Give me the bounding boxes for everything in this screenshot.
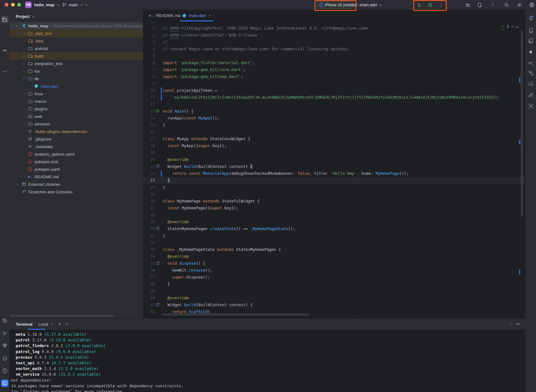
override-gutter-icon[interactable] bbox=[156, 164, 160, 169]
code-line-31[interactable]: 31} bbox=[143, 232, 525, 239]
tree-item-analysis-options-yaml[interactable]: Yanalysis_options.yaml bbox=[9, 150, 143, 158]
code-editor[interactable]: 1// SPDX-FileCopyrightText: 1995-2025 Ma… bbox=[143, 21, 525, 318]
code-line-41[interactable]: 41 Widget build(BuildContext context) { bbox=[143, 301, 525, 308]
more-tool-windows-icon[interactable] bbox=[1, 68, 8, 75]
editor-vertical-scrollbar[interactable] bbox=[521, 30, 523, 217]
code-line-29[interactable]: 29 @override bbox=[143, 218, 525, 225]
code-line-5[interactable]: 5 bbox=[143, 52, 525, 59]
search-icon[interactable] bbox=[503, 1, 510, 8]
code-line-40[interactable]: 40 @override bbox=[143, 295, 525, 301]
code-line-35[interactable]: 35 void dispose() { bbox=[143, 260, 525, 267]
code-line-7[interactable]: 7import 'package:gem_kit/core.dart'; bbox=[143, 66, 525, 73]
tree-item-hello-map[interactable]: ›hello_map~/Documents/sdk/Examples/Maps-… bbox=[9, 22, 143, 30]
tree-item-scratches-and-consoles[interactable]: Scratches and Consoles bbox=[9, 188, 143, 196]
code-line-27[interactable]: 27 const MyHomePage({super.key}); bbox=[143, 205, 525, 212]
terminal-icon[interactable] bbox=[1, 379, 8, 387]
maximize-window-button[interactable] bbox=[17, 3, 21, 7]
logcat-icon[interactable] bbox=[1, 355, 8, 362]
tab-main-dart[interactable]: main.dart× bbox=[178, 10, 215, 21]
code-line-14[interactable]: 14 runApp(const MyApp()); bbox=[143, 115, 525, 122]
code-line-11[interactable]: 11 'eyJhbGciOiJFUzI1NiIsInR5cCI6IkpXVCJ9… bbox=[143, 94, 525, 101]
chevron-collapsed-icon[interactable]: › bbox=[21, 99, 27, 103]
chevron-collapsed-icon[interactable]: › bbox=[21, 62, 27, 65]
problems-icon[interactable] bbox=[1, 367, 8, 374]
run-button[interactable] bbox=[416, 2, 423, 8]
tree-item-integration-test[interactable]: ›integration_test bbox=[9, 60, 143, 67]
device-selector[interactable]: iPhone 16 (mobile) bbox=[317, 1, 353, 8]
terminal-tool-label[interactable]: Terminal bbox=[16, 318, 32, 330]
tree-item-main-dart[interactable]: main.dart bbox=[9, 82, 143, 90]
chevron-collapsed-icon[interactable]: › bbox=[21, 54, 27, 58]
new-terminal-tab-icon[interactable]: + bbox=[58, 318, 61, 330]
code-line-3[interactable]: 3// bbox=[143, 39, 525, 46]
project-horizontal-scrollbar[interactable] bbox=[10, 315, 115, 317]
chevron-collapsed-icon[interactable]: › bbox=[21, 39, 27, 43]
tree-item-pubspec-yaml[interactable]: Ypubspec.yaml bbox=[9, 165, 143, 173]
code-line-24[interactable]: 24} bbox=[143, 184, 525, 191]
device-flutter-icon[interactable] bbox=[476, 1, 483, 8]
code-line-21[interactable]: 21 Widget build(BuildContext context) { bbox=[143, 163, 525, 170]
deep-links-icon[interactable] bbox=[527, 59, 535, 67]
code-line-25[interactable]: 25 bbox=[143, 191, 525, 198]
terminal-options-icon[interactable]: ⋮ bbox=[508, 318, 513, 330]
chevron-collapsed-icon[interactable]: › bbox=[21, 47, 27, 50]
tree-item--flutter-plugins-dependencies[interactable]: .flutter-plugins-dependencies bbox=[9, 128, 143, 135]
code-line-18[interactable]: 18 const MyApp({super.key}); bbox=[143, 142, 525, 149]
code-line-15[interactable]: 15} bbox=[143, 122, 525, 129]
code-line-1[interactable]: 1// SPDX-FileCopyrightText: 1995-2025 Ma… bbox=[143, 25, 525, 32]
device-manager-icon[interactable] bbox=[527, 37, 535, 45]
code-line-36[interactable]: 36 GemKit.release(); bbox=[143, 267, 525, 274]
tree-item-external-libraries[interactable]: ›External Libraries bbox=[9, 180, 143, 188]
code-line-12[interactable]: 12 bbox=[143, 101, 525, 108]
tree-item-linux[interactable]: ›linux bbox=[9, 90, 143, 97]
code-line-13[interactable]: 13void main() { bbox=[143, 108, 525, 115]
chevron-collapsed-icon[interactable]: › bbox=[21, 31, 27, 35]
tree-item-plugins[interactable]: ›plugins bbox=[9, 105, 143, 113]
notifications-icon[interactable] bbox=[527, 14, 535, 22]
tree-item-pubspec-lock[interactable]: Ypubspec.lock bbox=[9, 158, 143, 165]
code-line-23[interactable]: 23 } bbox=[143, 177, 525, 184]
close-tab-icon[interactable]: × bbox=[209, 13, 211, 18]
tree-item-lib[interactable]: ›lib bbox=[9, 75, 143, 82]
more-run-actions-button[interactable]: ⋮ bbox=[438, 2, 444, 8]
tree-item-windows[interactable]: ›windows bbox=[9, 120, 143, 128]
tree-item--dart-tool[interactable]: ›.dart_tool bbox=[9, 30, 143, 37]
chevron-collapsed-icon[interactable]: › bbox=[21, 122, 27, 126]
editor-horizontal-scrollbar[interactable] bbox=[162, 313, 309, 316]
override-gutter-icon[interactable] bbox=[156, 226, 160, 231]
chevron-collapsed-icon[interactable]: › bbox=[21, 92, 27, 96]
code-line-19[interactable]: 19 bbox=[143, 149, 525, 156]
settings-gear-icon[interactable] bbox=[516, 1, 523, 8]
override-gutter-icon[interactable] bbox=[156, 302, 160, 307]
code-line-38[interactable]: 38 } bbox=[143, 281, 525, 288]
git-branch-widget[interactable]: main ↗ bbox=[62, 0, 88, 10]
terminal-tab-close-icon[interactable]: × bbox=[51, 318, 53, 330]
close-window-button[interactable] bbox=[5, 3, 8, 7]
minimize-window-button[interactable] bbox=[11, 3, 15, 7]
flutter-inspector-icon[interactable] bbox=[527, 69, 535, 77]
chevron-expanded-icon[interactable]: › bbox=[16, 23, 19, 29]
project-panel-header[interactable]: Project bbox=[16, 13, 34, 20]
tree-item-build[interactable]: ›✱build bbox=[9, 52, 143, 60]
code-line-10[interactable]: 10const projectApiToken = bbox=[143, 87, 525, 94]
app-quality-insights-icon[interactable] bbox=[527, 80, 535, 88]
tree-item-android[interactable]: ›android bbox=[9, 45, 143, 52]
project-name-menu[interactable]: hello_map bbox=[34, 0, 59, 10]
chevron-collapsed-icon[interactable]: › bbox=[21, 69, 27, 73]
code-line-37[interactable]: 37 super.dispose(); bbox=[143, 274, 525, 281]
tree-item--gitignore[interactable]: .gitignore bbox=[9, 135, 143, 143]
terminal-minimize-icon[interactable] bbox=[516, 318, 520, 330]
tree-item-ios[interactable]: ›ios bbox=[9, 67, 143, 75]
flutter-performance-icon[interactable] bbox=[1, 342, 8, 349]
code-line-9[interactable]: 9 bbox=[143, 80, 525, 87]
flutter-outline-icon[interactable] bbox=[527, 91, 535, 99]
chevron-expanded-icon[interactable]: › bbox=[22, 75, 26, 82]
next-problem-icon[interactable] bbox=[516, 25, 519, 28]
tree-item-web[interactable]: ›web bbox=[9, 113, 143, 120]
attach-debugger-icon[interactable] bbox=[464, 1, 471, 8]
chevron-collapsed-icon[interactable]: › bbox=[14, 182, 21, 186]
debug-button[interactable] bbox=[427, 2, 434, 8]
tree-item-readme-md[interactable]: M↓README.md bbox=[9, 173, 143, 180]
chevron-collapsed-icon[interactable]: › bbox=[21, 114, 27, 118]
chevron-collapsed-icon[interactable]: › bbox=[21, 107, 27, 111]
